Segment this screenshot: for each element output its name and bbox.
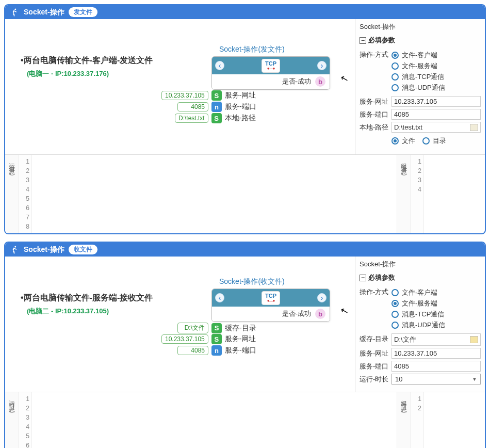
panel-header: Socket-操作 收文件	[5, 243, 485, 257]
desc-subtitle: (电脑一 - IP:10.233.37.176)	[21, 69, 153, 78]
svg-point-0	[14, 8, 16, 10]
browse-icon[interactable]	[470, 124, 478, 131]
radio-icon[interactable]	[391, 300, 399, 307]
radio-icon[interactable]	[391, 322, 399, 329]
radio-option[interactable]: 消息-UDP通信	[391, 83, 481, 92]
section-required[interactable]: − 必填参数	[360, 273, 481, 282]
mode-label: 操作-方式	[360, 49, 391, 59]
text-input[interactable]: 4085	[391, 109, 481, 120]
node-head[interactable]: ‹ TCP●—● ›	[212, 289, 330, 307]
prop-label: 本地-路径	[360, 122, 391, 132]
node-input-row[interactable]: 10.233.37.105S服务-网址	[161, 90, 256, 101]
radio-option[interactable]: 消息-UDP通信	[391, 321, 481, 330]
radio-option[interactable]: 消息-TCP通信	[391, 310, 481, 319]
text-input[interactable]: 10.233.37.105	[391, 348, 481, 359]
prop-label: 服务-端口	[360, 361, 391, 371]
text-input[interactable]: 10.233.37.105	[391, 96, 481, 107]
svg-point-1	[14, 246, 16, 247]
chevron-right-icon[interactable]: ›	[317, 293, 326, 302]
component-log-content[interactable]	[424, 155, 485, 233]
node-input-row[interactable]: 10.233.37.105S服务-网址	[161, 334, 256, 344]
radio-icon[interactable]	[391, 137, 399, 145]
input-value-tag[interactable]: 10.233.37.105	[161, 334, 208, 344]
output-label: 是否-成功	[282, 77, 311, 86]
prop-label: 服务-网址	[360, 96, 391, 106]
panel-receive-file: Socket-操作 收文件 •两台电脑传输文件-服务端-接收文件 (电脑二 - …	[4, 242, 486, 448]
run-log-content[interactable]	[32, 392, 397, 448]
node-input-row[interactable]: D:\test.txtS本地-路径	[175, 113, 256, 123]
type-badge-icon: n	[211, 345, 222, 356]
text-input[interactable]: 4085	[391, 361, 481, 372]
radio-icon[interactable]	[391, 62, 399, 70]
input-value: 10.233.37.105	[394, 349, 437, 357]
collapse-icon[interactable]: −	[360, 37, 366, 44]
node-input-row[interactable]: 4085n服务-端口	[177, 345, 256, 356]
radio-label: 消息-UDP通信	[402, 83, 445, 92]
run-log-content[interactable]	[32, 155, 397, 233]
component-log-content[interactable]	[424, 392, 485, 448]
radio-label: 文件-服务端	[402, 61, 437, 71]
prop-row: 服务-端口4085	[360, 361, 481, 372]
radio-label: 文件-服务端	[402, 299, 437, 308]
input-value: D:\文件	[394, 335, 416, 344]
component-log-label: 组件日志	[397, 155, 411, 233]
radio-option[interactable]: 消息-TCP通信	[391, 72, 481, 82]
section-required[interactable]: − 必填参数	[360, 36, 481, 45]
description: •两台电脑传输文件-服务端-接收文件 (电脑二 - IP:10.233.37.1…	[21, 293, 153, 316]
radio-option[interactable]: 文件	[391, 136, 415, 146]
chevron-right-icon[interactable]: ›	[317, 61, 326, 70]
logs: 运行日志 12345678 组件日志 1234	[5, 154, 485, 233]
chevron-left-icon[interactable]: ‹	[215, 61, 224, 70]
radio-icon[interactable]	[391, 84, 399, 91]
node-caption: Socket-操作(发文件)	[219, 45, 285, 54]
chevron-left-icon[interactable]: ‹	[215, 293, 224, 302]
input-value: 4085	[394, 362, 409, 370]
node-input-row[interactable]: 4085n服务-端口	[177, 102, 256, 112]
node-caption: Socket-操作(收文件)	[219, 277, 285, 286]
prop-row: 服务-网址10.233.37.105	[360, 96, 481, 107]
output-row: 是否-成功 b	[212, 74, 330, 89]
browse-icon[interactable]	[470, 336, 478, 343]
radio-icon[interactable]	[391, 311, 399, 318]
node-head[interactable]: ‹ TCP●—● ›	[212, 57, 330, 74]
header-title: Socket-操作	[24, 8, 64, 17]
collapse-icon[interactable]: −	[360, 275, 366, 281]
socket-node[interactable]: ‹ TCP●—● › 是否-成功 b	[211, 289, 330, 322]
type-badge-icon: S	[211, 334, 222, 344]
input-value-tag[interactable]: 4085	[177, 102, 208, 111]
text-input[interactable]: D:\test.txt	[391, 122, 481, 133]
radio-option[interactable]: 目录	[422, 136, 446, 146]
socket-node[interactable]: ‹ TCP●—● › 是否-成功 b	[211, 56, 330, 90]
prop-label: 缓存-目录	[360, 333, 391, 344]
node-input-row[interactable]: D:\文件S缓存-目录	[177, 323, 256, 333]
runtime-value: 10	[395, 375, 402, 383]
input-value-tag[interactable]: D:\test.txt	[175, 114, 208, 123]
radio-label: 文件	[402, 136, 415, 146]
canvas[interactable]: •两台电脑传输文件-服务端-接收文件 (电脑二 - IP:10.233.37.1…	[5, 257, 355, 392]
radio-option[interactable]: 文件-客户端	[391, 288, 481, 297]
run-log-label: 运行日志	[5, 155, 19, 233]
radio-icon[interactable]	[391, 52, 399, 59]
description: •两台电脑传输文件-客户端-发送文件 (电脑一 - IP:10.233.37.1…	[21, 55, 153, 78]
logs: 运行日志 1234567 组件日志 12	[5, 392, 485, 448]
runtime-dropdown[interactable]: 10 ▼	[391, 374, 481, 385]
canvas[interactable]: •两台电脑传输文件-客户端-发送文件 (电脑一 - IP:10.233.37.1…	[5, 19, 355, 154]
text-input[interactable]: D:\文件	[391, 333, 481, 346]
input-value-tag[interactable]: 4085	[177, 346, 208, 355]
radio-icon[interactable]	[391, 73, 399, 81]
output-label: 是否-成功	[282, 309, 311, 318]
radio-icon[interactable]	[422, 137, 430, 145]
radio-option[interactable]: 文件-服务端	[391, 61, 481, 71]
radio-option[interactable]: 文件-客户端	[391, 51, 481, 60]
header-pill: 发文件	[69, 7, 97, 17]
input-value-tag[interactable]: D:\文件	[177, 323, 208, 333]
radio-option[interactable]: 文件-服务端	[391, 299, 481, 308]
prop-row: 本地-路径D:\test.txt	[360, 122, 481, 133]
input-label: 服务-端口	[225, 346, 256, 355]
radio-icon[interactable]	[391, 289, 399, 296]
input-label: 服务-网址	[225, 334, 256, 344]
log-gutter: 1234	[411, 155, 424, 233]
header-pill: 收文件	[69, 245, 97, 254]
input-value-tag[interactable]: 10.233.37.105	[161, 91, 208, 100]
cursor-icon: ↖	[339, 72, 349, 85]
